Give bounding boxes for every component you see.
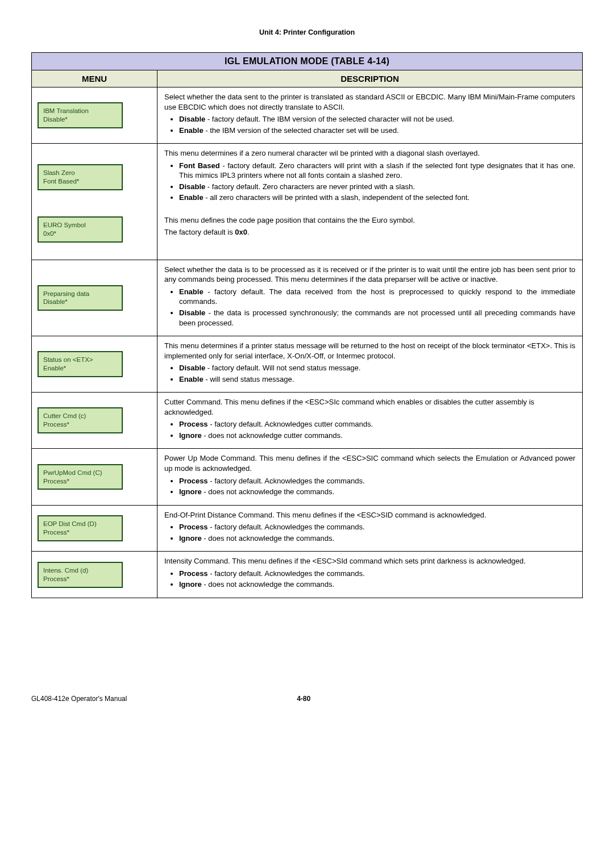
option-text: - factory default. Will not send status … — [205, 364, 360, 372]
table-row: EURO Symbol 0x0* This menu defines the c… — [32, 211, 583, 260]
menu-box-line2: Font Based* — [43, 177, 117, 186]
plain-post: . — [247, 228, 250, 236]
description-intro: Select whether the data is to be process… — [164, 265, 575, 285]
description-intro: Power Up Mode Command. This menu defines… — [164, 453, 575, 473]
option-text: - does not acknowledge the commands. — [202, 487, 334, 496]
option-name: Ignore — [179, 431, 202, 440]
list-item: Disable - factory default. The IBM versi… — [179, 114, 575, 124]
menu-box-line2: Process* — [43, 477, 117, 486]
table-row: EOP Dist Cmd (D) Process* End-Of-Print D… — [32, 505, 583, 552]
menu-box-line1: Preparsing data — [43, 290, 117, 298]
table-row: Preparsing data Disable* Select whether … — [32, 260, 583, 336]
list-item: Process - factory default. Acknowledges … — [179, 569, 575, 579]
table-row: IBM Translation Disable* Select whether … — [32, 87, 583, 144]
option-name: Disable — [179, 115, 205, 123]
description-intro: End-Of-Print Distance Command. This menu… — [164, 510, 575, 520]
description-intro: Select whether the data sent to the prin… — [164, 92, 575, 112]
menu-box-line1: Status on <ETX> — [43, 356, 117, 364]
option-text: - does not acknowledge the commands. — [202, 580, 334, 589]
option-name: Font Based — [179, 161, 220, 170]
page-header: Unit 4: Printer Configuration — [31, 28, 583, 36]
list-item: Enable - all zero characters will be pri… — [179, 193, 575, 203]
description-intro: This menu defines the code page position… — [164, 215, 575, 226]
option-text: - factory default. The data received fro… — [179, 287, 575, 306]
option-list: Process - factory default. Acknowledges … — [164, 476, 575, 497]
list-item: Enable - factory default. The data recei… — [179, 287, 575, 307]
list-item: Process - factory default. Acknowledges … — [179, 522, 575, 532]
menu-box-cutter-cmd: Cutter Cmd (c) Process* — [38, 407, 123, 433]
option-text: - does not acknowledge cutter commands. — [202, 431, 343, 440]
list-item: Process - factory default. Acknowledges … — [179, 419, 575, 429]
option-text: - the IBM version of the selected charac… — [204, 126, 399, 135]
option-text: - factory default. Zero characters will … — [179, 161, 575, 180]
option-text: - factory default. Zero characters are n… — [205, 182, 415, 191]
description-intro: Cutter Command. This menu defines if the… — [164, 397, 575, 417]
option-text: - factory default. Acknowledges the comm… — [208, 477, 365, 485]
menu-box-line2: Process* — [43, 575, 117, 583]
description-plain: The factory default is 0x0. — [164, 227, 575, 237]
list-item: Enable - the IBM version of the selected… — [179, 126, 575, 136]
list-item: Ignore - does not acknowledge the comman… — [179, 533, 575, 544]
option-name: Enable — [179, 287, 204, 296]
menu-box-line1: Intens. Cmd (d) — [43, 566, 117, 575]
option-text: - the data is processed synchronously; t… — [179, 308, 575, 327]
menu-box-line2: Disable* — [43, 298, 117, 306]
option-name: Disable — [179, 308, 205, 317]
plain-pre: The factory default is — [164, 228, 235, 236]
footer-left: GL408-412e Operator's Manual — [31, 695, 127, 703]
table-title: IGL EMULATION MODE (TABLE 4-14) — [32, 53, 583, 70]
config-table: IGL EMULATION MODE (TABLE 4-14) MENU DES… — [31, 52, 583, 598]
list-item: Enable - will send status message. — [179, 374, 575, 385]
table-row: PwrUpMod Cmd (C) Process* Power Up Mode … — [32, 449, 583, 505]
option-list: Font Based - factory default. Zero chara… — [164, 161, 575, 203]
option-text: - will send status message. — [204, 375, 294, 383]
list-item: Process - factory default. Acknowledges … — [179, 476, 575, 486]
list-item: Ignore - does not acknowledge the comman… — [179, 487, 575, 497]
menu-box-line2: Process* — [43, 420, 117, 429]
option-text: - all zero characters will be printed wi… — [204, 193, 470, 202]
option-name: Process — [179, 523, 208, 531]
menu-box-line1: Slash Zero — [43, 169, 117, 177]
menu-box-slash-zero: Slash Zero Font Based* — [38, 164, 123, 190]
menu-box-line1: Cutter Cmd (c) — [43, 412, 117, 420]
option-text: - factory default. Acknowledges the comm… — [208, 523, 365, 531]
option-name: Ignore — [179, 487, 202, 496]
menu-box-pwrupmod-cmd: PwrUpMod Cmd (C) Process* — [38, 464, 123, 490]
option-list: Process - factory default. Acknowledges … — [164, 522, 575, 543]
option-text: - factory default. Acknowledges cutter c… — [208, 420, 373, 428]
table-row: Status on <ETX> Enable* This menu determ… — [32, 336, 583, 393]
menu-box-line1: EOP Dist Cmd (D) — [43, 520, 117, 528]
option-text: - factory default. The IBM version of th… — [205, 115, 454, 123]
list-item: Disable - factory default. Zero characte… — [179, 182, 575, 192]
option-text: - factory default. Acknowledges the comm… — [208, 569, 365, 578]
option-name: Ignore — [179, 534, 202, 542]
description-intro: This menu determines if a zero numeral c… — [164, 148, 575, 158]
menu-box-eop-dist-cmd: EOP Dist Cmd (D) Process* — [38, 515, 123, 541]
option-list: Process - factory default. Acknowledges … — [164, 419, 575, 440]
option-list: Process - factory default. Acknowledges … — [164, 569, 575, 590]
list-item: Ignore - does not acknowledge the comman… — [179, 579, 575, 590]
menu-box-ibm-translation: IBM Translation Disable* — [38, 102, 123, 128]
menu-box-line2: Disable* — [43, 115, 117, 124]
option-name: Enable — [179, 126, 204, 135]
page-footer: GL408-412e Operator's Manual 4-80 — [31, 695, 583, 703]
option-name: Enable — [179, 193, 204, 202]
list-item: Font Based - factory default. Zero chara… — [179, 161, 575, 181]
description-intro: Intensity Command. This menu defines if … — [164, 556, 575, 566]
option-name: Disable — [179, 182, 205, 191]
option-name: Process — [179, 420, 208, 428]
footer-page-number: 4-80 — [297, 695, 310, 703]
menu-box-line1: EURO Symbol — [43, 221, 117, 229]
option-text: - does not acknowledge the commands. — [202, 534, 334, 542]
menu-box-intens-cmd: Intens. Cmd (d) Process* — [38, 562, 123, 588]
option-name: Process — [179, 477, 208, 485]
col-header-menu: MENU — [32, 70, 157, 87]
menu-box-preparsing-data: Preparsing data Disable* — [38, 285, 123, 311]
menu-box-euro-symbol: EURO Symbol 0x0* — [38, 216, 123, 243]
list-item: Ignore - does not acknowledge cutter com… — [179, 431, 575, 441]
table-row: Intens. Cmd (d) Process* Intensity Comma… — [32, 552, 583, 598]
menu-box-status-on-etx: Status on <ETX> Enable* — [38, 351, 123, 377]
menu-box-line1: IBM Translation — [43, 107, 117, 115]
menu-box-line2: Process* — [43, 528, 117, 537]
table-row: Slash Zero Font Based* This menu determi… — [32, 144, 583, 211]
